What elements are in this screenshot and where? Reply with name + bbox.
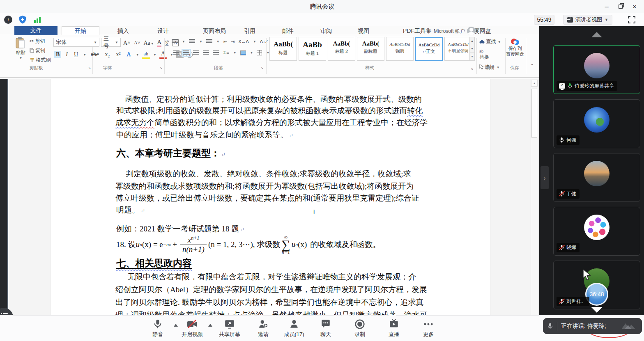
change-case-button[interactable]: Aa▼ [143,40,154,46]
mic-muted-icon [559,245,564,251]
shrink-font-button[interactable]: A˅ [134,40,140,46]
navigation-pane-button[interactable] [0,308,13,315]
tab-review[interactable]: 审阅 [320,27,332,35]
tab-view[interactable]: 视图 [358,27,369,35]
participant-tile[interactable]: 晓娜 [553,207,640,256]
font-color-button[interactable]: A [159,50,167,59]
participant-tile-sharing[interactable]: 侍爱玲的屏幕共享 [553,45,640,94]
view-mode-label: 演讲者视图 [575,16,602,23]
tab-insert[interactable]: 插入 [117,27,129,35]
tab-mailings[interactable]: 邮件 [282,27,294,35]
style-heading1[interactable]: AaBb 标题 1 [299,37,326,61]
participant-name-chip: 何强 [557,135,580,145]
meeting-toolbar-strip: i 55:49 演讲者视图 ▼ [0,13,644,26]
replace-button[interactable]: ab替换 [479,48,501,61]
record-button[interactable]: 录制 [340,319,380,338]
meeting-security-shield-icon[interactable] [18,15,27,24]
scroll-up-arrow[interactable]: ▲ [531,80,538,87]
participant-tile[interactable]: 何强 [553,99,640,148]
line-spacing-button[interactable]: ⇕≡ [223,50,229,55]
scrollbar-thumb[interactable] [531,89,537,138]
paste-button[interactable]: 粘贴 ▼ [14,37,28,60]
numbering-button[interactable] [189,39,195,44]
account-avatar[interactable] [467,27,476,35]
start-video-button[interactable]: 开启视频 [172,319,212,338]
align-center-button[interactable] [183,50,189,55]
find-button[interactable]: 查找 ▼ [479,38,501,45]
minimize-button[interactable]: ─ [600,2,613,11]
highlight-color-button[interactable]: ab [142,50,150,59]
tab-page-layout[interactable]: 页面布局 [203,27,226,35]
group-label-save: 保存 [510,65,519,71]
view-mode-button[interactable]: 演讲者视图 ▼ [563,15,612,25]
style-heading2[interactable]: AaBb( 标题 2 [328,37,355,61]
tab-design[interactable]: 设计 [157,27,169,35]
sidebar-collapse-button[interactable]: › [540,166,549,189]
phonetic-guide-button[interactable]: wén文 [165,40,169,46]
style-emphasis[interactable]: AaBbCcDd 强调 [386,37,414,61]
save-to-baidu-button[interactable]: 保存到百度网盘 [506,38,524,57]
doc-line: 出了阿贝尔群理论. 鼓励学生以阿贝尔为榜样，希望同学们也能在逆境中不忘初心，追求… [115,297,424,308]
text-effects-button[interactable]: A [125,51,133,58]
more-button[interactable]: 更多 [409,319,448,338]
increase-indent-button[interactable]: ⇥ [231,39,235,44]
mute-button[interactable]: 静音 [138,319,177,338]
styles-dialog-launcher[interactable]: ↘ [470,66,474,71]
strikethrough-button[interactable]: abc [89,51,100,58]
sort-button[interactable]: A↓Z [260,39,268,44]
font-size-select[interactable]: 三号▼ [101,38,121,47]
format-painter-button[interactable]: 格式刷 [30,57,51,64]
cut-button[interactable]: ✂ 剪切 [30,38,51,45]
style-subtitle[interactable]: AaBb( 副标题 [357,37,384,61]
doc-line: 成求无穷个简单函数积分的和；以求解微分方程的形式被大量应用在工程专业中；在经济学 [115,117,428,128]
borders-button[interactable] [257,50,262,55]
shading-button[interactable] [240,50,246,55]
document-scrollbar[interactable]: ▲ [531,79,538,315]
asian-layout-button[interactable]: X↔A [238,39,249,44]
participant-tile[interactable]: 36:48 刘世祥。 [553,261,640,309]
paste-dropdown-icon[interactable]: ▼ [14,56,28,60]
bullets-button[interactable] [172,39,178,44]
underline-button[interactable]: U [72,51,80,58]
superscript-button[interactable]: x² [114,51,122,58]
tab-references[interactable]: 引用 [244,27,255,35]
style-heading[interactable]: AaBb( 标题 [269,37,297,61]
copy-button[interactable]: 复制 [30,47,51,54]
tencent-meeting-window: 腾讯会议 ─ ✕ i 55:49 演讲者视图 ▼ 文件 开始 插入 设计 页面 [0,0,644,341]
distribute-button[interactable] [213,50,219,55]
network-signal-icon[interactable] [34,16,41,23]
grow-font-button[interactable]: A˄ [123,40,131,46]
chat-button[interactable]: 聊天 [306,319,345,338]
style-normal-selected[interactable]: AaBbCcDd ↵正文 [415,37,443,61]
justify-button[interactable] [203,50,209,55]
live-stream-button[interactable]: 直播 [374,319,414,338]
clipboard-dialog-launcher[interactable]: ↘ [88,66,91,70]
style-subtle-emphasis[interactable]: AaBbCcDd 不明显强调 [444,37,472,61]
fullscreen-button[interactable] [628,16,636,24]
tab-pdf-tools[interactable]: PDF工具集 [403,27,432,35]
clear-formatting-button[interactable]: A [157,39,161,47]
tab-home[interactable]: 开始 [62,26,99,35]
restore-button[interactable] [614,2,627,11]
meeting-info-icon[interactable]: i [4,16,12,24]
bold-button[interactable]: B [54,51,61,58]
decrease-indent-button[interactable]: ⇤ [223,39,227,44]
close-button[interactable]: ✕ [628,2,641,11]
collapse-ribbon-icon[interactable]: ⌃ [530,63,534,69]
font-dialog-launcher[interactable]: ↘ [159,66,163,70]
align-left-button[interactable] [173,50,179,55]
styles-gallery-scroll[interactable]: ▲▼▼ [469,37,475,61]
font-name-select[interactable]: 宋体▼ [53,38,99,47]
subscript-button[interactable]: x₂ [104,51,112,58]
participants-scroll-up-icon[interactable] [591,32,602,37]
group-label-styles: 样式 [365,65,374,71]
participant-tile[interactable]: 于健 [553,153,640,202]
align-right-button[interactable] [193,50,199,55]
account-label[interactable]: Microsoft 帐户 [434,28,465,35]
participants-scroll-down-icon[interactable] [591,307,603,313]
doc-line: 函数值、定积分的近似计算；利用级数收敛的必要条件、函数的幂级数展开式、级数的 [125,94,422,105]
paragraph-dialog-launcher[interactable]: ↘ [260,66,264,70]
multilevel-list-button[interactable] [206,39,212,44]
tab-file[interactable]: 文件 [14,26,58,35]
italic-button[interactable]: I [64,51,69,58]
